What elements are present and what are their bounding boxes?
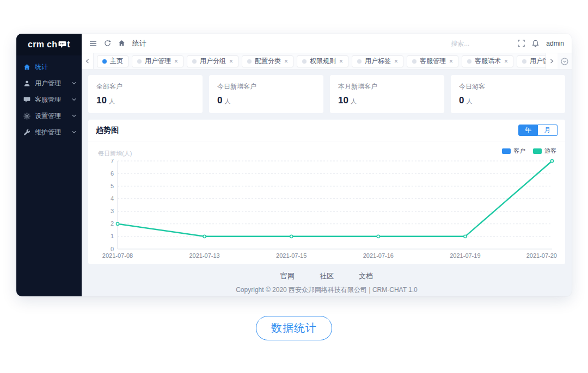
user-menu[interactable]: admin — [546, 40, 564, 47]
wrench-icon — [23, 129, 30, 136]
hamburger-menu-icon[interactable] — [89, 40, 97, 47]
chat-bubble-icon — [58, 41, 66, 48]
legend-item-visitors[interactable]: 游客 — [533, 147, 556, 155]
breadcrumb: 统计 — [132, 39, 146, 48]
sidebar-item-label: 用户管理 — [35, 79, 61, 88]
tabs-scroll-left-button[interactable] — [82, 53, 94, 69]
close-tab-icon[interactable]: × — [394, 58, 398, 65]
page: crm cht 统计 用户管理 客服管理 — [0, 0, 588, 373]
trend-line-chart: 01234567每日新增(人)2021-07-082021-07-132021-… — [96, 146, 558, 261]
sidebar-item-statistics[interactable]: 统计 — [16, 59, 82, 75]
sidebar: crm cht 统计 用户管理 客服管理 — [16, 34, 82, 296]
tab-service-scripts[interactable]: 客服话术× — [462, 55, 513, 67]
sidebar-item-user-management[interactable]: 用户管理 — [16, 75, 82, 91]
main-area: 统计 admin 主页 用户管理× 用户分组× 配置分类× 权限规则× 用户标签… — [82, 34, 572, 296]
stat-value: 10 — [96, 95, 107, 106]
chart-title: 趋势图 — [96, 126, 119, 135]
svg-text:2021-07-16: 2021-07-16 — [363, 252, 394, 259]
tab-user-tags[interactable]: 用户标签× — [352, 55, 403, 67]
tab-list: 主页 用户管理× 用户分组× 配置分类× 权限规则× 用户标签× 客服管理× 客… — [94, 53, 546, 69]
footer: 官网 社区 文档 Copyright © 2020 西安众邦网络科技有限公司 |… — [88, 271, 565, 295]
svg-text:6: 6 — [111, 170, 114, 177]
svg-text:2021-07-19: 2021-07-19 — [450, 252, 480, 259]
tab-status-dot — [522, 59, 526, 64]
tab-label: 用户分组 — [200, 57, 226, 66]
year-toggle-button[interactable]: 年 — [518, 125, 538, 136]
sidebar-item-settings-management[interactable]: 设置管理 — [16, 108, 82, 124]
footer-link-docs[interactable]: 文档 — [359, 271, 373, 281]
tab-home[interactable]: 主页 — [97, 55, 128, 67]
tab-permission-rules[interactable]: 权限规则× — [297, 55, 348, 67]
month-toggle-button[interactable]: 月 — [538, 125, 558, 136]
close-tab-icon[interactable]: × — [229, 58, 233, 65]
tab-status-dot — [102, 59, 107, 64]
tab-status-dot — [412, 59, 416, 64]
sidebar-item-label: 设置管理 — [35, 111, 61, 121]
sidebar-item-service-management[interactable]: 客服管理 — [16, 91, 82, 108]
chevron-down-icon — [72, 130, 76, 134]
tab-status-dot — [192, 59, 197, 64]
sidebar-item-label: 统计 — [35, 63, 48, 72]
svg-text:0: 0 — [111, 246, 114, 252]
close-tab-icon[interactable]: × — [449, 58, 453, 65]
breadcrumb-home-icon[interactable] — [118, 40, 125, 47]
close-tab-icon[interactable]: × — [504, 58, 508, 65]
stat-card-total-customers: 全部客户 10人 — [88, 75, 203, 113]
gear-icon — [23, 113, 30, 120]
chat-icon — [23, 96, 30, 103]
stat-value: 0 — [459, 95, 464, 106]
logo-text-suffix: t — [67, 40, 70, 49]
bell-icon[interactable] — [532, 40, 539, 47]
chart-legend: 客户 游客 — [502, 147, 556, 155]
tab-label: 用户标签 — [365, 57, 391, 66]
sidebar-item-maintenance-management[interactable]: 维护管理 — [16, 124, 82, 140]
stat-unit: 人 — [109, 97, 115, 105]
refresh-icon[interactable] — [104, 40, 111, 47]
legend-label: 游客 — [544, 147, 556, 155]
chevron-down-icon — [72, 97, 76, 102]
close-tab-icon[interactable]: × — [284, 58, 288, 65]
legend-item-customers[interactable]: 客户 — [502, 147, 525, 155]
svg-text:2021-07-15: 2021-07-15 — [276, 252, 307, 259]
content: 全部客户 10人 今日新增客户 0人 本月新增客户 10人 今日游客 0人 — [82, 70, 572, 296]
close-tab-icon[interactable]: × — [174, 58, 178, 65]
tab-user-groups[interactable]: 用户分组× — [187, 55, 238, 67]
tab-status-dot — [467, 59, 471, 64]
tabs-scroll-right-button[interactable] — [546, 53, 558, 69]
tab-label: 客服话术 — [475, 57, 501, 66]
tab-status-dot — [302, 59, 307, 64]
chart-header: 趋势图 年 月 — [88, 120, 565, 141]
chevron-down-icon — [72, 81, 76, 85]
tab-user-management[interactable]: 用户管理× — [132, 55, 183, 67]
user-icon — [23, 80, 30, 87]
footer-link-official-site[interactable]: 官网 — [280, 271, 295, 281]
sidebar-item-label: 客服管理 — [35, 95, 61, 104]
sidebar-menu: 统计 用户管理 客服管理 设置管理 — [16, 55, 82, 140]
tab-status-dot — [137, 59, 142, 64]
footer-link-community[interactable]: 社区 — [320, 271, 334, 281]
tab-label: 主页 — [110, 57, 123, 66]
svg-text:3: 3 — [111, 208, 114, 214]
footer-links: 官网 社区 文档 — [88, 271, 565, 281]
tab-service-management[interactable]: 客服管理× — [407, 55, 458, 67]
stat-label: 本月新增客户 — [338, 82, 436, 91]
legend-swatch-visitors — [533, 148, 542, 154]
tab-user-messages[interactable]: 用户留言× — [517, 55, 546, 67]
home-icon — [23, 64, 30, 71]
tab-options-icon[interactable] — [558, 53, 572, 69]
close-tab-icon[interactable]: × — [339, 58, 343, 65]
svg-text:2: 2 — [111, 220, 114, 227]
caption-pill: 数据统计 — [256, 316, 332, 340]
tab-config-categories[interactable]: 配置分类× — [242, 55, 293, 67]
copyright-text: Copyright © 2020 西安众邦网络科技有限公司 | CRM-CHAT… — [88, 285, 565, 295]
fullscreen-icon[interactable] — [518, 40, 525, 47]
chart-body: 客户 游客 01234567每日新增(人)2021-07-082021-07-1… — [88, 141, 565, 264]
svg-text:2021-07-13: 2021-07-13 — [189, 252, 219, 259]
tabbar: 主页 用户管理× 用户分组× 配置分类× 权限规则× 用户标签× 客服管理× 客… — [82, 53, 572, 70]
logo-text-prefix: crm ch — [28, 40, 57, 49]
search-input[interactable] — [451, 40, 511, 47]
stat-card-new-customers-today: 今日新增客户 0人 — [209, 75, 323, 113]
svg-text:5: 5 — [111, 183, 114, 189]
stats-row: 全部客户 10人 今日新增客户 0人 本月新增客户 10人 今日游客 0人 — [88, 75, 565, 113]
svg-text:1: 1 — [111, 233, 114, 239]
